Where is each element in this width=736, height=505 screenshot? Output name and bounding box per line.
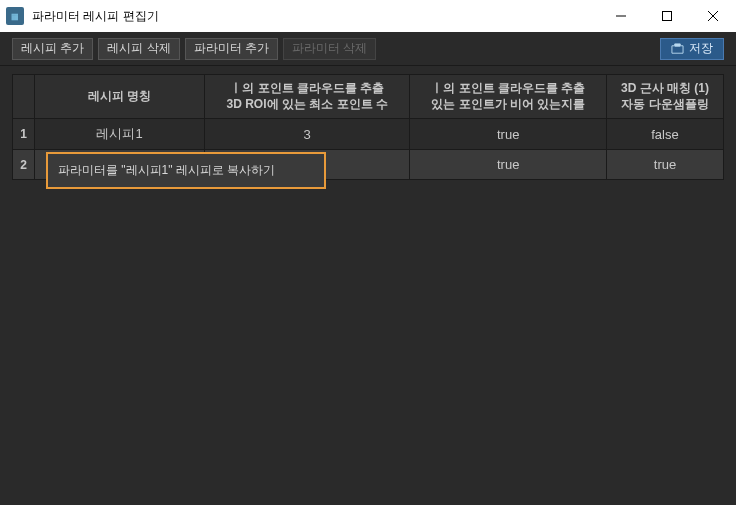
cell-col2[interactable]: 3 [205, 119, 410, 150]
column-header-col2[interactable]: ㅣ의 포인트 클라우드를 추출 3D ROI에 있는 최소 포인트 수 [205, 75, 410, 119]
column-header-col4[interactable]: 3D 근사 매칭 (1) 자동 다운샘플링 [606, 75, 723, 119]
close-button[interactable] [690, 0, 736, 32]
save-button[interactable]: 저장 [660, 38, 724, 60]
param-add-button[interactable]: 파라미터 추가 [185, 38, 278, 60]
context-menu-copy-item[interactable]: 파라미터를 "레시피1" 레시피로 복사하기 [58, 160, 314, 181]
table-corner [13, 75, 35, 119]
content-area: 레시피 명칭 ㅣ의 포인트 클라우드를 추출 3D ROI에 있는 최소 포인트… [0, 66, 736, 505]
window-controls [598, 0, 736, 32]
minimize-button[interactable] [598, 0, 644, 32]
svg-rect-1 [663, 12, 672, 21]
recipe-delete-button[interactable]: 레시피 삭제 [98, 38, 179, 60]
cell-col3[interactable]: true [410, 119, 607, 150]
cell-col4[interactable]: false [606, 119, 723, 150]
cell-col4[interactable]: true [606, 150, 723, 180]
maximize-button[interactable] [644, 0, 690, 32]
row-number[interactable]: 1 [13, 119, 35, 150]
table-row[interactable]: 1 레시피1 3 true false [13, 119, 724, 150]
column-header-name[interactable]: 레시피 명칭 [35, 75, 205, 119]
param-delete-button: 파라미터 삭제 [283, 38, 376, 60]
toolbar: 레시피 추가 레시피 삭제 파라미터 추가 파라미터 삭제 저장 [0, 32, 736, 66]
svg-rect-4 [675, 43, 681, 46]
recipe-add-button[interactable]: 레시피 추가 [12, 38, 93, 60]
app-icon: ▦ [6, 7, 24, 25]
save-icon [671, 43, 684, 55]
column-header-col3[interactable]: ㅣ의 포인트 클라우드를 추출 있는 포인트가 비어 있는지를 [410, 75, 607, 119]
window-title: 파라미터 레시피 편집기 [32, 8, 598, 25]
cell-col3[interactable]: true [410, 150, 607, 180]
cell-name[interactable]: 레시피1 [35, 119, 205, 150]
row-number[interactable]: 2 [13, 150, 35, 180]
titlebar: ▦ 파라미터 레시피 편집기 [0, 0, 736, 32]
context-menu: 파라미터를 "레시피1" 레시피로 복사하기 [46, 152, 326, 189]
save-label: 저장 [689, 40, 713, 57]
